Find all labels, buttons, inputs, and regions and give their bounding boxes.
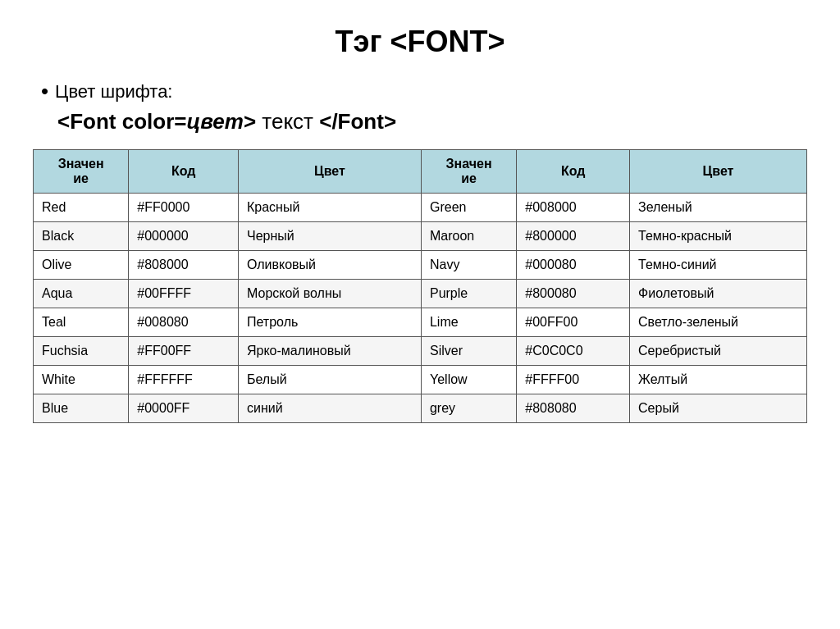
header-color1: Цвет [238,150,421,194]
cell-code1: #FFFFFF [129,366,239,394]
cell-color2: Серебристый [630,337,807,366]
cell-code1: #0000FF [129,394,239,423]
code-part1: <Font color=цвет> [57,109,256,134]
code-italic: цвет [186,109,243,134]
cell-code1: #00FFFF [129,280,239,308]
cell-color1: Черный [238,222,421,251]
cell-color1: синий [238,394,421,423]
bullet-label: Цвет шрифта: [55,81,172,103]
cell-val2: Maroon [421,222,516,251]
code-part3: </Font> [319,109,396,134]
cell-color1: Ярко-малиновый [238,337,421,366]
cell-code1: #000000 [129,222,239,251]
bullet-text: Цвет шрифта: [41,79,807,104]
table-row: White#FFFFFFБелыйYellow#FFFF00Желтый [34,366,807,394]
page-title: Тэг <FONT> [33,25,807,59]
cell-code2: #800080 [517,280,630,308]
cell-val2: Yellow [421,366,516,394]
cell-code2: #00FF00 [517,308,630,337]
table-row: Black#000000ЧерныйMaroon#800000Темно-кра… [34,222,807,251]
cell-val2: Navy [421,251,516,280]
cell-color1: Оливковый [238,251,421,280]
cell-code2: #800000 [517,222,630,251]
cell-code1: #008080 [129,308,239,337]
cell-val1: White [34,366,129,394]
header-val2: Значение [421,150,516,194]
cell-code1: #FF00FF [129,337,239,366]
code-text: текст [262,109,319,134]
cell-val1: Fuchsia [34,337,129,366]
cell-color2: Серый [630,394,807,423]
cell-val2: grey [421,394,516,423]
cell-code2: #808080 [517,394,630,423]
cell-color2: Темно-синий [630,251,807,280]
header-color2: Цвет [630,150,807,194]
table-row: Blue#0000FFсинийgrey#808080Серый [34,394,807,423]
cell-color1: Красный [238,194,421,222]
cell-val1: Aqua [34,280,129,308]
cell-color2: Желтый [630,366,807,394]
cell-color2: Светло-зеленый [630,308,807,337]
cell-code1: #FF0000 [129,194,239,222]
table-row: Teal#008080ПетрольLime#00FF00Светло-зеле… [34,308,807,337]
table-header-row: Значение Код Цвет Значение Код Цвет [34,150,807,194]
cell-color2: Темно-красный [630,222,807,251]
table-row: Olive#808000ОливковыйNavy#000080Темно-си… [34,251,807,280]
cell-val1: Blue [34,394,129,423]
cell-code1: #808000 [129,251,239,280]
cell-val2: Green [421,194,516,222]
cell-color2: Фиолетовый [630,280,807,308]
cell-color1: Белый [238,366,421,394]
cell-val1: Teal [34,308,129,337]
cell-color1: Морской волны [238,280,421,308]
table-row: Aqua#00FFFFМорской волныPurple#800080Фио… [34,280,807,308]
cell-code2: #C0C0C0 [517,337,630,366]
header-val1: Значение [34,150,129,194]
cell-val2: Silver [421,337,516,366]
cell-code2: #FFFF00 [517,366,630,394]
cell-val1: Olive [34,251,129,280]
color-table: Значение Код Цвет Значение Код Цвет Red#… [33,149,807,423]
table-row: Red#FF0000КрасныйGreen#008000Зеленый [34,194,807,222]
header-code1: Код [129,150,239,194]
cell-val1: Black [34,222,129,251]
header-code2: Код [517,150,630,194]
table-row: Fuchsia#FF00FFЯрко-малиновыйSilver#C0C0C… [34,337,807,366]
cell-color1: Петроль [238,308,421,337]
cell-val1: Red [34,194,129,222]
cell-val2: Purple [421,280,516,308]
code-line: <Font color=цвет> текст </Font> [41,109,807,134]
cell-color2: Зеленый [630,194,807,222]
subtitle-section: Цвет шрифта: <Font color=цвет> текст </F… [33,79,807,134]
cell-code2: #008000 [517,194,630,222]
cell-val2: Lime [421,308,516,337]
cell-code2: #000080 [517,251,630,280]
